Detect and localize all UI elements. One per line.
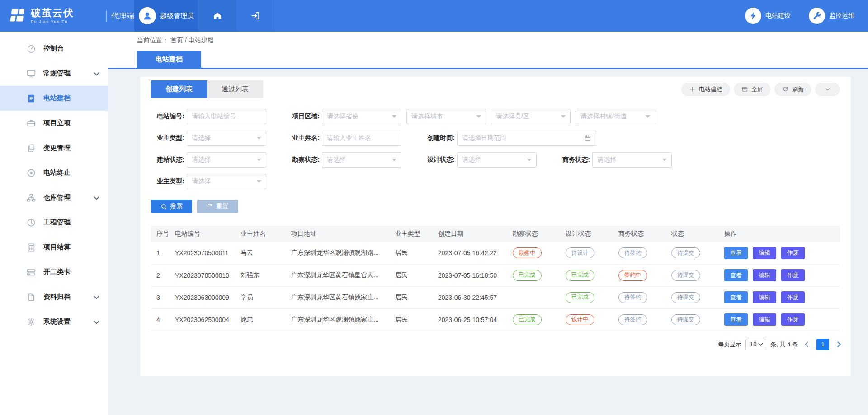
user-menu[interactable]: 超级管理员 — [134, 0, 198, 32]
logout-icon — [250, 11, 260, 21]
cell-owner: 刘强东 — [237, 264, 288, 286]
void-button[interactable]: 作废 — [781, 291, 805, 303]
page-tab-station-archive[interactable]: 电站建档 — [137, 51, 201, 68]
collapse-button[interactable] — [815, 83, 840, 96]
sidebar-item-data-archive[interactable]: 资料归档 — [0, 284, 108, 309]
sidebar-item-change-management[interactable]: 变更管理 — [0, 135, 108, 160]
region-town-select[interactable]: 请选择村镇/街道 — [576, 109, 655, 124]
cell-business-status: 待签约 — [615, 308, 668, 331]
sidebar-item-engineering-management[interactable]: 工程管理 — [0, 210, 108, 235]
home-icon — [212, 11, 222, 21]
column-header: 业主姓名 — [237, 226, 288, 242]
sidebar-item-label: 项目结算 — [43, 243, 71, 252]
cell-seq: 4 — [151, 308, 171, 331]
sidebar-item-station-archive[interactable]: 电站建档 — [0, 86, 108, 111]
per-page-select[interactable]: 10 — [745, 339, 766, 350]
sidebar-item-station-termination[interactable]: 电站终止 — [0, 160, 108, 185]
refresh-button[interactable]: 刷新 — [774, 83, 811, 96]
region-city-select[interactable]: 请选择城市 — [406, 109, 486, 124]
owner-type-2-select[interactable]: 请选择 — [187, 174, 266, 189]
card-icon — [26, 267, 36, 277]
placeholder-text: 请选择 — [192, 156, 211, 164]
wrench-icon — [812, 11, 821, 20]
column-header: 序号 — [151, 226, 171, 242]
reset-button[interactable]: 重置 — [197, 200, 238, 213]
cell-created: 2023-06-30 22:45:57 — [434, 286, 509, 308]
cell-code: YX2023062500004 — [171, 308, 237, 331]
user-name: 超级管理员 — [160, 12, 194, 20]
brand-subtitle: Po Jian Yun Fu — [31, 19, 74, 24]
chevron-down-icon — [758, 341, 763, 346]
view-button[interactable]: 查看 — [724, 247, 748, 259]
status-badge: 已完成 — [513, 314, 542, 325]
edit-button[interactable]: 编辑 — [753, 313, 776, 326]
create-time-date[interactable]: 请选择日期范围 — [457, 131, 596, 146]
region-county-select[interactable]: 请选择县/区 — [491, 109, 571, 124]
cell-code: YX2023070500011 — [171, 242, 237, 264]
record-icon — [26, 168, 36, 178]
survey-status-select[interactable]: 请选择 — [322, 152, 401, 168]
column-header: 勘察状态 — [509, 226, 562, 242]
sidebar-item-project-initiation[interactable]: 项目立项 — [0, 111, 108, 135]
business-status-select[interactable]: 请选择 — [592, 152, 672, 168]
void-button[interactable]: 作废 — [781, 269, 805, 281]
sidebar-item-label: 变更管理 — [43, 144, 71, 152]
logout-button[interactable] — [236, 0, 274, 32]
station-code-input[interactable]: 请输入电站编号 — [187, 109, 266, 124]
placeholder-text: 请选择日期范围 — [462, 134, 506, 142]
edit-button[interactable]: 编辑 — [753, 269, 776, 281]
region-province-select[interactable]: 请选择省份 — [322, 109, 401, 124]
sidebar-item-project-settlement[interactable]: 项目结算 — [0, 235, 108, 260]
cell-survey-status: 已完成 — [509, 264, 562, 286]
sidebar-item-system-settings[interactable]: 系统设置 — [0, 309, 108, 334]
business-status-label: 商务状态: — [557, 156, 590, 164]
copy-icon — [26, 143, 36, 153]
station-code-label: 电站编号: — [151, 112, 184, 121]
search-button[interactable]: 搜索 — [151, 200, 192, 213]
sidebar-item-label: 电站建档 — [43, 94, 71, 103]
sidebar-item-general-management[interactable]: 常规管理 — [0, 61, 108, 86]
module-button-station-construction[interactable]: 电站建设 — [745, 8, 791, 24]
gear-icon — [26, 317, 36, 327]
breadcrumb: 当前位置： 首页 / 电站建档 — [108, 32, 868, 50]
sidebar: 控制台 常规管理 电站建档 项目立项 变更管理 电站终止 仓库管理 工程管理 项… — [0, 32, 108, 415]
void-button[interactable]: 作废 — [781, 313, 805, 326]
tab-create-list[interactable]: 创建列表 — [151, 80, 207, 98]
create-station-button[interactable]: 电站建档 — [681, 83, 730, 96]
cell-address: 广东深圳龙华区黄石镇姚家庄... — [288, 286, 392, 308]
cell-address: 广东深圳龙华区观澜镇观湖路... — [288, 242, 392, 264]
edit-button[interactable]: 编辑 — [753, 291, 776, 303]
sidebar-item-open-type2-card[interactable]: 开二类卡 — [0, 260, 108, 284]
module-button-monitor-ops[interactable]: 监控运维 — [809, 8, 854, 24]
refresh-icon — [782, 86, 789, 93]
cell-seq: 3 — [151, 286, 171, 308]
next-page-button[interactable] — [835, 341, 841, 347]
view-button[interactable]: 查看 — [724, 313, 748, 326]
home-button[interactable] — [198, 0, 236, 32]
build-status-select[interactable]: 请选择 — [187, 152, 266, 168]
view-button[interactable]: 查看 — [724, 291, 748, 303]
owner-type-select[interactable]: 请选择 — [187, 131, 266, 146]
design-status-select[interactable]: 请选择 — [457, 152, 537, 168]
owner-name-input[interactable]: 请输入业主姓名 — [322, 131, 401, 146]
status-badge: 待提交 — [671, 247, 700, 258]
tab-passed-list[interactable]: 通过列表 — [207, 80, 263, 98]
view-button[interactable]: 查看 — [724, 269, 748, 281]
chevron-down-icon — [561, 115, 566, 118]
fullscreen-icon — [741, 86, 748, 93]
chevron-down-icon — [257, 159, 261, 161]
edit-button[interactable]: 编辑 — [753, 247, 776, 259]
sidebar-item-console[interactable]: 控制台 — [0, 36, 108, 61]
chevron-down-icon — [94, 293, 99, 299]
fullscreen-button[interactable]: 全屏 — [734, 83, 771, 96]
sidebar-item-warehouse-management[interactable]: 仓库管理 — [0, 185, 108, 210]
current-page[interactable]: 1 — [816, 339, 829, 350]
cell-seq: 1 — [151, 242, 171, 264]
build-status-label: 建站状态: — [151, 156, 184, 164]
sidebar-item-label: 项目立项 — [43, 119, 71, 127]
placeholder-text: 请选择城市 — [411, 112, 443, 121]
column-header: 项目地址 — [288, 226, 392, 242]
void-button[interactable]: 作废 — [781, 247, 805, 259]
prev-page-button[interactable] — [805, 341, 811, 347]
status-badge: 已完成 — [513, 270, 542, 281]
